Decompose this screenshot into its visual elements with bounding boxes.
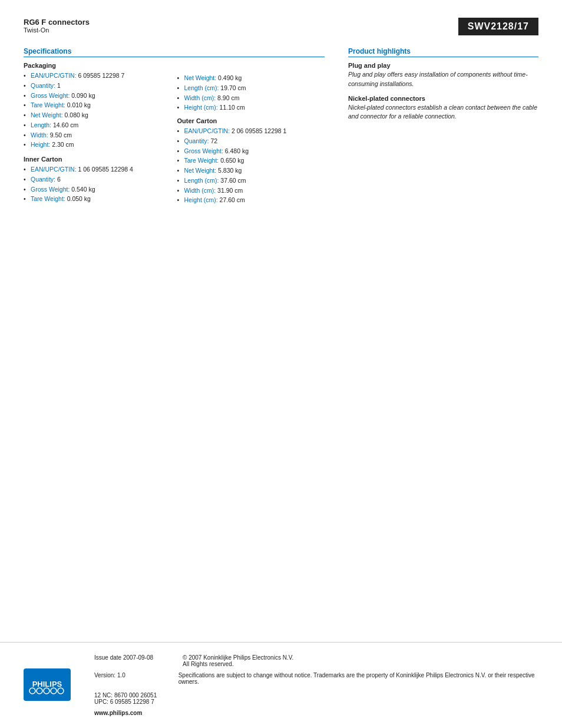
spec-label: Quantity:: [184, 137, 211, 144]
footer-nc: 12 NC: 8670 000 26051: [94, 692, 538, 699]
spec-label: Net Weight:: [184, 74, 219, 81]
list-item: Net Weight: 5.830 kg: [177, 166, 325, 176]
spec-value: 27.60 cm: [220, 196, 245, 203]
list-item: Length: 14.60 cm: [24, 121, 171, 130]
specs-right-subcol: Net Weight: 0.490 kg Length (cm): 19.70 …: [177, 62, 325, 210]
spec-value: 0.650 kg: [220, 157, 244, 164]
spec-label: Quantity:: [31, 82, 57, 89]
svg-text:PHILIPS: PHILIPS: [32, 680, 62, 689]
spec-value: 37.60 cm: [220, 177, 246, 184]
highlight-desc-2: Nickel-plated connectors establish a cle…: [348, 103, 538, 122]
spec-value: 1 06 09585 12298 4: [78, 166, 133, 173]
footer-meta: Issue date 2007-09-08 © 2007 Koninklijke…: [94, 654, 538, 716]
highlight-title-2: Nickel-plated connectors: [348, 95, 538, 102]
spec-value: 0.050 kg: [67, 195, 91, 202]
footer-disclaimer: Specifications are subject to change wit…: [178, 672, 538, 685]
inner-carton-heading: Inner Carton: [24, 156, 171, 163]
footer-upc: UPC: 6 09585 12298 7: [94, 699, 538, 705]
spec-label: Length (cm):: [184, 84, 221, 91]
spec-label: Height (cm):: [184, 196, 220, 203]
page: RG6 F connectors Twist-On SWV2128/17 Spe…: [0, 0, 562, 728]
list-item: Height: 2.30 cm: [24, 140, 171, 150]
spec-label: Gross Weight:: [31, 92, 71, 99]
list-item: Width: 9.50 cm: [24, 131, 171, 140]
highlights-heading: Product highlights: [348, 47, 538, 57]
specs-left-subcol: Packaging EAN/UPC/GTIN: 6 09585 12298 7 …: [24, 62, 177, 210]
spec-label: Quantity:: [31, 176, 57, 183]
spec-label: Gross Weight:: [31, 186, 71, 193]
list-item: EAN/UPC/GTIN: 2 06 09585 12298 1: [177, 127, 325, 136]
specifications-column: Specifications Packaging EAN/UPC/GTIN: 6…: [24, 47, 336, 210]
list-item: Quantity: 1: [24, 81, 171, 91]
spec-label: Net Weight:: [184, 167, 219, 174]
spec-value: 6.480 kg: [225, 147, 249, 154]
specifications-heading: Specifications: [24, 47, 325, 57]
spec-label: Length (cm):: [184, 177, 221, 184]
list-item: Tare Weight: 0.050 kg: [24, 195, 171, 204]
list-item: EAN/UPC/GTIN: 1 06 09585 12298 4: [24, 165, 171, 174]
spec-value: 0.490 kg: [218, 74, 242, 81]
specs-columns: Packaging EAN/UPC/GTIN: 6 09585 12298 7 …: [24, 62, 325, 210]
spec-label: Height (cm):: [184, 104, 220, 111]
spec-label: Tare Weight:: [184, 157, 221, 164]
list-item: Net Weight: 0.490 kg: [177, 74, 325, 83]
spec-label: Height:: [31, 141, 52, 148]
list-item: Quantity: 6: [24, 175, 171, 185]
list-item: Height (cm): 11.10 cm: [177, 103, 325, 113]
footer-version-label: Version: 1.0: [94, 672, 178, 685]
spec-label: Tare Weight:: [31, 101, 67, 108]
list-item: Gross Weight: 0.540 kg: [24, 185, 171, 195]
spec-label: Width (cm):: [184, 94, 218, 101]
highlight-desc-1: Plug and play offers easy installation o…: [348, 70, 538, 89]
spec-value: 14.60 cm: [53, 121, 78, 129]
list-item: Gross Weight: 0.090 kg: [24, 91, 171, 101]
list-item: Tare Weight: 0.010 kg: [24, 101, 171, 110]
highlight-item-1: Plug and play Plug and play offers easy …: [348, 62, 538, 89]
inner-carton-list: EAN/UPC/GTIN: 1 06 09585 12298 4 Quantit…: [24, 165, 171, 204]
list-item: Width (cm): 31.90 cm: [177, 186, 325, 196]
outer-carton-heading: Outer Carton: [177, 117, 325, 124]
model-badge: SWV2128/17: [458, 18, 538, 35]
spec-label: EAN/UPC/GTIN:: [184, 127, 232, 134]
spec-label: EAN/UPC/GTIN:: [31, 72, 78, 79]
footer-version-row: Version: 1.0 Specifications are subject …: [94, 672, 538, 685]
footer-website-row: www.philips.com: [94, 710, 538, 716]
spec-label: Length:: [31, 121, 53, 129]
spec-value: 6: [57, 176, 61, 183]
packaging-heading: Packaging: [24, 62, 171, 69]
footer-copyright: © 2007 Koninklijke Philips Electronics N…: [183, 654, 293, 667]
spec-value: 5.830 kg: [218, 167, 242, 174]
spec-label: EAN/UPC/GTIN:: [31, 166, 78, 173]
spec-value: 1: [57, 82, 61, 89]
spec-value: 0.010 kg: [67, 101, 91, 108]
spec-value: 6 09585 12298 7: [78, 72, 125, 79]
list-item: Net Weight: 0.080 kg: [24, 111, 171, 120]
product-name: RG6 F connectors: [24, 18, 90, 27]
footer-issue-label: Issue date 2007-09-08: [94, 654, 183, 667]
footer-nc-upc: 12 NC: 8670 000 26051 UPC: 6 09585 12298…: [94, 692, 538, 705]
spec-value: 19.70 cm: [220, 84, 246, 91]
spec-value: 11.10 cm: [220, 104, 245, 111]
product-title-area: RG6 F connectors Twist-On: [24, 18, 90, 34]
list-item: Length (cm): 37.60 cm: [177, 176, 325, 186]
product-subtitle: Twist-On: [24, 27, 90, 34]
spec-value: 0.540 kg: [71, 186, 95, 193]
header: RG6 F connectors Twist-On SWV2128/17: [0, 0, 562, 41]
footer-rights-text: All Rights reserved.: [183, 661, 234, 667]
highlight-title-1: Plug and play: [348, 62, 538, 69]
spec-label: Tare Weight:: [31, 195, 67, 202]
spec-value: 0.080 kg: [65, 111, 88, 118]
list-item: Gross Weight: 6.480 kg: [177, 147, 325, 156]
packaging-continuation-list: Net Weight: 0.490 kg Length (cm): 19.70 …: [177, 74, 325, 113]
philips-logo-svg: PHILIPS: [24, 668, 71, 701]
outer-carton-list: EAN/UPC/GTIN: 2 06 09585 12298 1 Quantit…: [177, 127, 325, 205]
footer-copyright-text: © 2007 Koninklijke Philips Electronics N…: [183, 654, 293, 661]
spec-value: 0.090 kg: [71, 92, 95, 99]
footer-issue-row: Issue date 2007-09-08 © 2007 Koninklijke…: [94, 654, 538, 667]
spec-label: Gross Weight:: [184, 147, 225, 154]
philips-logo: PHILIPS: [24, 668, 77, 702]
spec-value: 72: [210, 137, 217, 144]
packaging-list: EAN/UPC/GTIN: 6 09585 12298 7 Quantity: …: [24, 71, 171, 150]
list-item: Length (cm): 19.70 cm: [177, 84, 325, 93]
list-item: Quantity: 72: [177, 137, 325, 146]
